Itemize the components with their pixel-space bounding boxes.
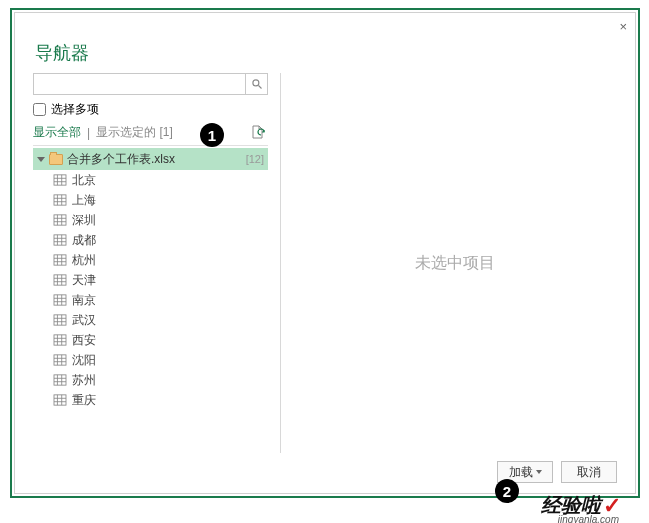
filter-row: 显示全部 | 显示选定的 [1] <box>33 124 268 141</box>
svg-rect-7 <box>54 195 66 205</box>
tree-item[interactable]: 深圳 <box>53 210 268 230</box>
svg-rect-42 <box>54 335 66 345</box>
load-button-label: 加载 <box>509 464 533 481</box>
tree-item-label: 南京 <box>72 292 96 309</box>
table-icon <box>53 194 67 206</box>
svg-rect-32 <box>54 295 66 305</box>
tree-item[interactable]: 北京 <box>53 170 268 190</box>
tree-item-label: 深圳 <box>72 212 96 229</box>
table-icon <box>53 314 67 326</box>
svg-rect-17 <box>54 235 66 245</box>
tree-item[interactable]: 成都 <box>53 230 268 250</box>
tree-item[interactable]: 武汉 <box>53 310 268 330</box>
tree-item-label: 武汉 <box>72 312 96 329</box>
tree-item-label: 沈阳 <box>72 352 96 369</box>
expand-arrow-icon <box>37 157 45 162</box>
tree-root-item[interactable]: 合并多个工作表.xlsx [12] <box>33 148 268 170</box>
svg-rect-37 <box>54 315 66 325</box>
svg-rect-47 <box>54 355 66 365</box>
tree-item[interactable]: 重庆 <box>53 390 268 410</box>
tree-item[interactable]: 沈阳 <box>53 350 268 370</box>
annotation-badge-2: 2 <box>495 479 519 503</box>
panel-divider <box>280 73 281 453</box>
dialog-inner: × 导航器 选择多项 显示全部 | <box>14 12 636 494</box>
tree-item-label: 西安 <box>72 332 96 349</box>
tree-item[interactable]: 天津 <box>53 270 268 290</box>
tree-root-count: [12] <box>246 153 264 165</box>
multiselect-checkbox[interactable] <box>33 103 46 116</box>
table-icon <box>53 334 67 346</box>
tree-item-label: 天津 <box>72 272 96 289</box>
tree-item-label: 成都 <box>72 232 96 249</box>
watermark-url: jingyanla.com <box>558 514 619 523</box>
filter-separator: | <box>87 126 90 140</box>
tree-item-label: 上海 <box>72 192 96 209</box>
cancel-button[interactable]: 取消 <box>561 461 617 483</box>
table-icon <box>53 234 67 246</box>
tree-item-label: 苏州 <box>72 372 96 389</box>
tree-item[interactable]: 上海 <box>53 190 268 210</box>
search-box <box>33 73 268 95</box>
search-icon <box>251 78 263 90</box>
tree-area: 合并多个工作表.xlsx [12] 北京上海深圳成都杭州天津南京武汉西安沈阳苏州… <box>33 145 268 410</box>
left-panel: 选择多项 显示全部 | 显示选定的 [1] 合并多个工作表.xlsx [12] <box>33 73 268 453</box>
preview-panel: 未选中项目 <box>293 73 617 453</box>
cancel-button-label: 取消 <box>577 464 601 481</box>
show-all-link[interactable]: 显示全部 <box>33 124 81 141</box>
search-button[interactable] <box>245 74 267 94</box>
preview-placeholder: 未选中项目 <box>415 253 495 274</box>
content-area: 选择多项 显示全部 | 显示选定的 [1] 合并多个工作表.xlsx [12] <box>33 73 617 453</box>
table-icon <box>53 274 67 286</box>
search-row <box>33 73 268 95</box>
svg-rect-57 <box>54 395 66 405</box>
tree-children: 北京上海深圳成都杭州天津南京武汉西安沈阳苏州重庆 <box>33 170 268 410</box>
navigator-dialog: × 导航器 选择多项 显示全部 | <box>10 8 640 498</box>
table-icon <box>53 174 67 186</box>
table-icon <box>53 354 67 366</box>
svg-rect-27 <box>54 275 66 285</box>
tree-item[interactable]: 西安 <box>53 330 268 350</box>
tree-item[interactable]: 杭州 <box>53 250 268 270</box>
table-icon <box>53 374 67 386</box>
search-input[interactable] <box>34 74 243 94</box>
multiselect-checkbox-row[interactable]: 选择多项 <box>33 101 268 118</box>
tree-item-label: 杭州 <box>72 252 96 269</box>
refresh-icon[interactable] <box>250 124 266 140</box>
multiselect-label: 选择多项 <box>51 101 99 118</box>
svg-point-0 <box>252 80 258 86</box>
svg-rect-2 <box>54 175 66 185</box>
svg-rect-22 <box>54 255 66 265</box>
tree-item-label: 重庆 <box>72 392 96 409</box>
table-icon <box>53 214 67 226</box>
show-selected-link[interactable]: 显示选定的 [1] <box>96 124 173 141</box>
table-icon <box>53 294 67 306</box>
table-icon <box>53 254 67 266</box>
tree-root-label: 合并多个工作表.xlsx <box>67 151 242 168</box>
dialog-footer: 加载 取消 <box>497 461 617 483</box>
dialog-title: 导航器 <box>35 41 89 65</box>
close-icon[interactable]: × <box>619 19 627 34</box>
chevron-down-icon <box>536 470 542 474</box>
tree-item-label: 北京 <box>72 172 96 189</box>
tree-item[interactable]: 南京 <box>53 290 268 310</box>
annotation-badge-1: 1 <box>200 123 224 147</box>
table-icon <box>53 394 67 406</box>
svg-rect-52 <box>54 375 66 385</box>
tree-item[interactable]: 苏州 <box>53 370 268 390</box>
svg-line-1 <box>258 86 261 89</box>
svg-rect-12 <box>54 215 66 225</box>
folder-icon <box>49 154 63 165</box>
